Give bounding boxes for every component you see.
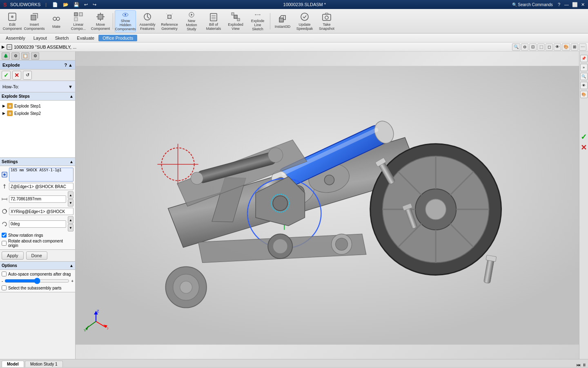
redo-btn[interactable]: ↪ xyxy=(93,2,96,7)
expand-right-btn[interactable]: » xyxy=(580,64,588,71)
explode-collapse-btn[interactable]: ▲ xyxy=(68,63,73,67)
open-btn[interactable]: 📂 xyxy=(63,2,69,7)
view-more-btn[interactable]: ⋯ xyxy=(579,43,586,51)
zoom-fit-btn[interactable]: ⊡ xyxy=(529,43,537,51)
rotation-up[interactable]: ▲ xyxy=(68,216,74,224)
show-rotation-row: Show rotation rings xyxy=(2,233,74,238)
help-btn[interactable]: ? xyxy=(558,2,560,7)
options-content: Auto-space components after drag - + Sel… xyxy=(0,270,75,292)
explode-step-1[interactable]: ▶ ⊞ Explode Step1 xyxy=(1,102,74,110)
toolbar-explode-line[interactable]: Explode Line Sketch xyxy=(247,10,268,32)
menu-assembly[interactable]: Assembly xyxy=(2,35,29,41)
toolbar-edit-component[interactable]: Edit Component xyxy=(2,10,23,32)
svg-text:X: X xyxy=(107,326,108,330)
distance-down[interactable]: ▼ xyxy=(68,199,74,206)
toolbar-exploded-view[interactable]: Exploded View xyxy=(225,10,246,32)
toolbar-instant3d[interactable]: Instant3D xyxy=(272,10,293,32)
settings-header: Settings ▲ xyxy=(0,158,75,166)
play-pause-btn[interactable]: ⏸ xyxy=(582,363,586,367)
confirm-btn[interactable]: ✓ xyxy=(2,71,11,80)
tab-model[interactable]: Model xyxy=(2,361,24,367)
distance-input[interactable] xyxy=(9,195,66,203)
play-back-btn[interactable]: ⏮ xyxy=(577,363,581,367)
svg-point-24 xyxy=(259,14,261,15)
zoom-in-btn[interactable]: 🔍 xyxy=(512,43,520,51)
select-subassembly-checkbox[interactable] xyxy=(2,285,7,290)
expand-tree-icon[interactable]: ▶ xyxy=(2,45,5,49)
save-btn[interactable]: 💾 xyxy=(74,2,79,7)
search-commands[interactable]: 🔍 Search Commands xyxy=(512,2,553,7)
toolbar-assembly-features[interactable]: Assembly Features xyxy=(137,10,158,32)
close-btn[interactable]: ✕ xyxy=(581,2,585,7)
distance-icon xyxy=(2,196,7,202)
step-expand-2[interactable]: ▶ xyxy=(2,111,5,115)
component-input[interactable] xyxy=(9,168,74,182)
apply-button[interactable]: Apply xyxy=(2,251,24,260)
explode-steps-list: ▶ ⊞ Explode Step1 ▶ ⊞ Explode Step2 xyxy=(0,101,75,158)
rotate-about-checkbox[interactable] xyxy=(2,241,7,246)
panel-tool-config[interactable]: ⚙ xyxy=(31,52,39,60)
panel-tool-feature[interactable]: ⚙ xyxy=(11,52,20,60)
new-btn[interactable]: 📄 xyxy=(52,2,58,7)
tab-motion-study[interactable]: Motion Study 1 xyxy=(25,361,63,367)
minimize-btn[interactable]: — xyxy=(564,2,569,7)
explode-steps-collapse[interactable]: ▲ xyxy=(69,94,74,99)
done-button[interactable]: Done xyxy=(26,251,47,260)
show-rotation-checkbox[interactable] xyxy=(2,233,7,238)
rotation-value-input[interactable] xyxy=(9,220,66,228)
zoom-out-btn[interactable]: ⊖ xyxy=(521,43,528,51)
distance-up[interactable]: ▲ xyxy=(68,191,74,199)
toolbar-bill-materials[interactable]: Bill of Materials xyxy=(203,10,224,32)
cancel-btn[interactable]: ✕ xyxy=(12,71,21,80)
view-orientation-btn[interactable]: ⬚ xyxy=(537,43,545,51)
rotation-input[interactable] xyxy=(9,208,74,215)
panel-pin-btn[interactable]: 📌 xyxy=(580,55,588,62)
menu-evaluate[interactable]: Evaluate xyxy=(73,35,98,41)
explode-steps-title: Explode Steps xyxy=(2,94,30,99)
howto-dropdown-btn[interactable]: ▼ xyxy=(68,84,73,89)
toolbar-new-motion[interactable]: New Motion Study xyxy=(181,10,202,32)
undo-btn[interactable]: ↩ xyxy=(84,2,88,7)
options-collapse[interactable]: ▲ xyxy=(69,263,74,268)
menu-office-products[interactable]: Office Products xyxy=(98,35,137,41)
panel-tool-property[interactable]: 📋 xyxy=(21,52,29,60)
rotation-down[interactable]: ▼ xyxy=(68,224,74,231)
svg-point-92 xyxy=(180,281,192,293)
viewport[interactable]: X Y Z xyxy=(76,52,579,359)
step-expand-1[interactable]: ▶ xyxy=(2,104,5,108)
explode-help-btn[interactable]: ? xyxy=(64,63,67,67)
explode-step-2[interactable]: ▶ ⊞ Explode Step2 xyxy=(1,110,74,117)
hide-show-btn[interactable]: 👁 xyxy=(554,43,561,51)
svg-text:Z: Z xyxy=(97,309,99,313)
spacing-slider[interactable] xyxy=(4,278,69,283)
section-view-btn[interactable]: ⊞ xyxy=(571,43,578,51)
right-appearance-btn[interactable]: 🎨 xyxy=(580,91,588,98)
auto-space-label: Auto-space components after drag xyxy=(2,272,71,276)
toolbar-linear-component[interactable]: Linear Compo... xyxy=(68,10,89,32)
right-zoom-btn[interactable]: 🔍 xyxy=(580,73,588,80)
panel-toolbar: 🌲 ⚙ 📋 ⚙ xyxy=(0,52,75,61)
viewport-cancel-btn[interactable]: ✕ xyxy=(581,143,587,152)
panel-tool-tree[interactable]: 🌲 xyxy=(2,52,10,60)
right-view-btn[interactable]: 👁 xyxy=(580,82,588,89)
viewport-confirm-btn[interactable]: ✓ xyxy=(581,132,587,141)
toolbar-reference-geometry[interactable]: Reference Geometry xyxy=(159,10,180,32)
auto-space-checkbox[interactable] xyxy=(2,272,7,276)
toolbar-insert-components[interactable]: Insert Components xyxy=(24,10,45,32)
menu-sketch[interactable]: Sketch xyxy=(51,35,73,41)
toolbar-mate[interactable]: Mate xyxy=(46,10,67,32)
settings-collapse[interactable]: ▲ xyxy=(69,159,74,164)
direction-input[interactable] xyxy=(9,183,74,190)
toolbar-take-snapshot[interactable]: Take Snapshot xyxy=(316,10,337,32)
toolbar-move-component[interactable]: Move Component xyxy=(90,10,111,32)
reset-btn[interactable]: ↺ xyxy=(23,71,32,80)
toolbar-show-hidden[interactable]: Show Hidden Components xyxy=(115,10,136,32)
svg-point-4 xyxy=(56,17,60,20)
display-style-btn[interactable]: ◻ xyxy=(546,43,553,51)
appearance-btn[interactable]: 🎨 xyxy=(562,43,570,51)
direction-row xyxy=(2,183,74,190)
toolbar-update-speedpak[interactable]: Update Speedpak xyxy=(294,10,315,32)
explode-header: Explode ? ▲ xyxy=(0,61,75,70)
restore-btn[interactable]: ⬜ xyxy=(572,2,578,7)
menu-layout[interactable]: Layout xyxy=(29,35,51,41)
